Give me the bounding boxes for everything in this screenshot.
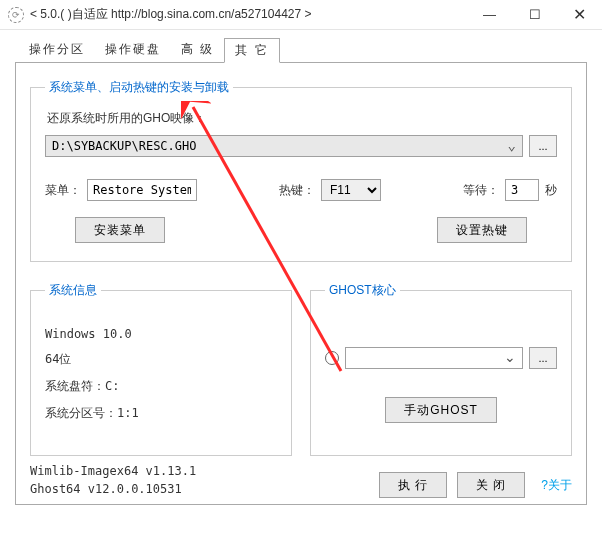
titlebar: ⟳ < 5.0.( )自适应 http://blog.sina.com.cn/a… xyxy=(0,0,602,30)
tab-advanced[interactable]: 高 级 xyxy=(171,38,224,63)
install-menu-button[interactable]: 安装菜单 xyxy=(75,217,165,243)
sysinfo-os: Windows 10.0 xyxy=(45,327,277,341)
menu-name-input[interactable] xyxy=(87,179,197,201)
app-icon: ⟳ xyxy=(8,7,24,23)
tab-body-other: 系统菜单、启动热键的安装与卸载 还原系统时所用的GHO映像： D:\SYBACK… xyxy=(15,62,587,505)
version-ghost: Ghost64 v12.0.0.10531 xyxy=(30,480,379,498)
restore-fieldset: 系统菜单、启动热键的安装与卸载 还原系统时所用的GHO映像： D:\SYBACK… xyxy=(30,79,572,262)
window-controls: — ☐ ✕ xyxy=(467,0,602,30)
minimize-button[interactable]: — xyxy=(467,0,512,30)
gho-image-dropdown[interactable]: D:\SYBACKUP\RESC.GHO xyxy=(45,135,523,157)
set-hotkey-button[interactable]: 设置热键 xyxy=(437,217,527,243)
tab-disk[interactable]: 操作硬盘 xyxy=(95,38,171,63)
hotkey-select[interactable]: F11 xyxy=(321,179,381,201)
sysinfo-arch: 64位 xyxy=(45,351,277,368)
sysinfo-legend: 系统信息 xyxy=(45,282,101,299)
wait-unit: 秒 xyxy=(545,182,557,199)
gho-browse-button[interactable]: ... xyxy=(529,135,557,157)
about-link[interactable]: ?关于 xyxy=(541,477,572,494)
gho-label: 还原系统时所用的GHO映像： xyxy=(47,110,557,127)
close-button[interactable]: ✕ xyxy=(557,0,602,30)
ghost-core-fieldset: GHOST核心 ... 手动GHOST xyxy=(310,282,572,456)
footer: Wimlib-Imagex64 v1.13.1 Ghost64 v12.0.0.… xyxy=(30,462,572,498)
tab-partition[interactable]: 操作分区 xyxy=(19,38,95,63)
hotkey-label: 热键： xyxy=(279,182,315,199)
sysinfo-drive: 系统盘符：C: xyxy=(45,378,277,395)
window-title: < 5.0.( )自适应 http://blog.sina.com.cn/a52… xyxy=(30,6,467,23)
execute-button[interactable]: 执 行 xyxy=(379,472,447,498)
ghost-core-browse-button[interactable]: ... xyxy=(529,347,557,369)
wait-label: 等待： xyxy=(463,182,499,199)
wait-seconds-input[interactable] xyxy=(505,179,539,201)
ghost-core-dropdown[interactable] xyxy=(345,347,523,369)
maximize-button[interactable]: ☐ xyxy=(512,0,557,30)
tab-other[interactable]: 其 它 xyxy=(224,38,279,63)
tab-strip: 操作分区 操作硬盘 高 级 其 它 xyxy=(15,38,587,63)
restore-legend: 系统菜单、启动热键的安装与卸载 xyxy=(45,79,233,96)
close-app-button[interactable]: 关 闭 xyxy=(457,472,525,498)
sysinfo-partition: 系统分区号：1:1 xyxy=(45,405,277,422)
ghost-core-radio[interactable] xyxy=(325,351,339,365)
version-wimlib: Wimlib-Imagex64 v1.13.1 xyxy=(30,462,379,480)
manual-ghost-button[interactable]: 手动GHOST xyxy=(385,397,497,423)
gho-image-value: D:\SYBACKUP\RESC.GHO xyxy=(52,139,197,153)
menu-label: 菜单： xyxy=(45,182,81,199)
version-block: Wimlib-Imagex64 v1.13.1 Ghost64 v12.0.0.… xyxy=(30,462,379,498)
ghost-core-legend: GHOST核心 xyxy=(325,282,400,299)
sysinfo-fieldset: 系统信息 Windows 10.0 64位 系统盘符：C: 系统分区号：1:1 xyxy=(30,282,292,456)
client-area: 操作分区 操作硬盘 高 级 其 它 系统菜单、启动热键的安装与卸载 还原系统时所… xyxy=(0,30,602,515)
